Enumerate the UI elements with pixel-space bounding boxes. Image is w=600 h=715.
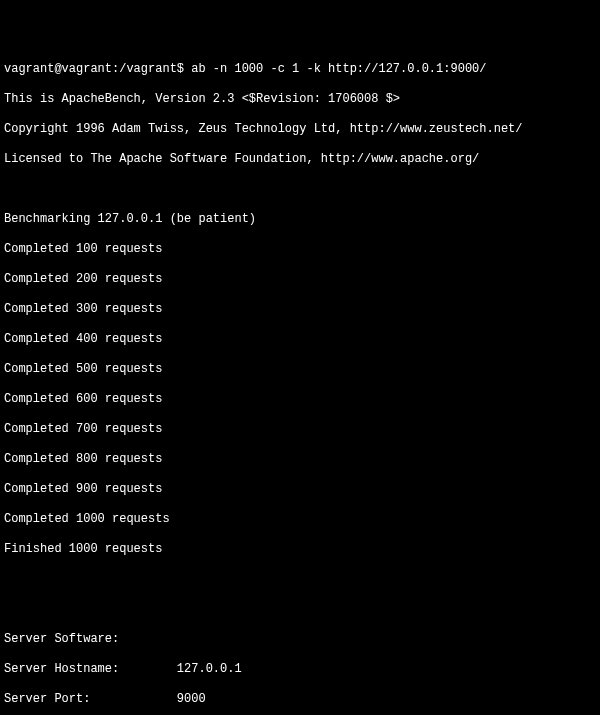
terminal-line: vagrant@vagrant:/vagrant$ ab -n 1000 -c … bbox=[4, 62, 596, 77]
terminal-line bbox=[4, 602, 596, 617]
terminal-line: Completed 800 requests bbox=[4, 452, 596, 467]
terminal-line: Benchmarking 127.0.0.1 (be patient) bbox=[4, 212, 596, 227]
terminal-line: Server Port: 9000 bbox=[4, 692, 596, 707]
terminal-line: Completed 400 requests bbox=[4, 332, 596, 347]
terminal-line: Server Hostname: 127.0.0.1 bbox=[4, 662, 596, 677]
terminal-line: Completed 900 requests bbox=[4, 482, 596, 497]
terminal-line: Completed 500 requests bbox=[4, 362, 596, 377]
terminal-line bbox=[4, 182, 596, 197]
terminal-line: Copyright 1996 Adam Twiss, Zeus Technolo… bbox=[4, 122, 596, 137]
terminal-line: This is ApacheBench, Version 2.3 <$Revis… bbox=[4, 92, 596, 107]
terminal-line: Completed 700 requests bbox=[4, 422, 596, 437]
terminal-line: Finished 1000 requests bbox=[4, 542, 596, 557]
terminal-line: Completed 300 requests bbox=[4, 302, 596, 317]
terminal-line: Server Software: bbox=[4, 632, 596, 647]
terminal-line: Completed 1000 requests bbox=[4, 512, 596, 527]
terminal-line: Completed 600 requests bbox=[4, 392, 596, 407]
terminal-line bbox=[4, 572, 596, 587]
terminal-line: Completed 200 requests bbox=[4, 272, 596, 287]
terminal-line: Licensed to The Apache Software Foundati… bbox=[4, 152, 596, 167]
terminal-line: Completed 100 requests bbox=[4, 242, 596, 257]
